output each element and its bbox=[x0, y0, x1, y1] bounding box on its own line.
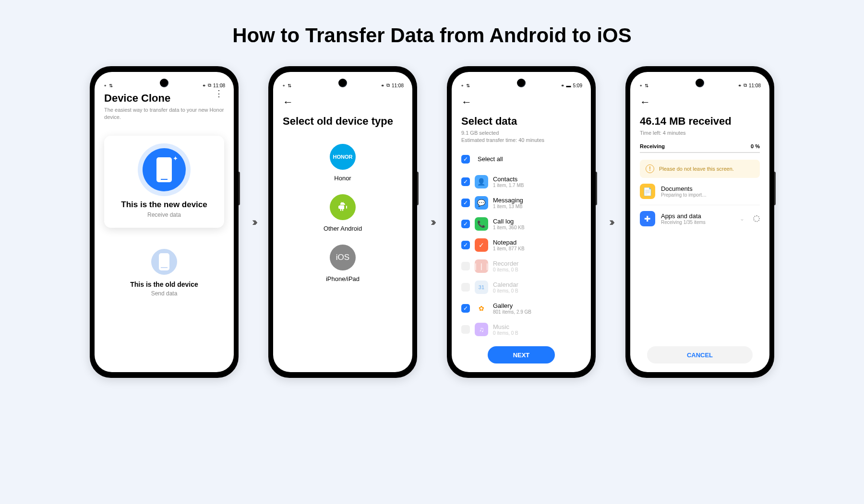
checkbox[interactable]: ✓ bbox=[461, 325, 470, 334]
bt-icon: ⚬ bbox=[103, 83, 107, 88]
chevron-down-icon[interactable]: ⌄ bbox=[740, 215, 744, 222]
ios-icon: iOS bbox=[330, 245, 356, 270]
item-name: Notepad bbox=[493, 239, 581, 246]
phones-container: ⚬⇅ ⚭⧉11:08 ⋮ Device Clone The easiest wa… bbox=[0, 66, 864, 378]
apps-label: Apps and data bbox=[661, 212, 734, 220]
app-icon: ✿ bbox=[475, 302, 488, 315]
data-item-row[interactable]: ✓ 👤 Contacts 1 item, 1.7 MB bbox=[461, 171, 581, 192]
cancel-button[interactable]: CANCEL bbox=[647, 346, 753, 363]
item-name: Contacts bbox=[493, 176, 581, 183]
checkbox[interactable]: ✓ bbox=[461, 199, 470, 207]
item-name: Calendar bbox=[493, 281, 581, 288]
screen-title: Select old device type bbox=[283, 115, 403, 128]
android-icon bbox=[330, 194, 356, 220]
receiving-label: Receiving bbox=[640, 143, 665, 149]
bt2-icon: ⚭ bbox=[202, 83, 206, 88]
data-item-row[interactable]: ✓ ♫ Music 0 items, 0 B bbox=[461, 319, 581, 340]
back-button[interactable]: ← bbox=[640, 92, 760, 115]
camera-hole bbox=[338, 79, 347, 87]
old-device-label: This is the old device bbox=[104, 281, 224, 288]
progress-bar bbox=[640, 152, 760, 153]
app-icon: ✓ bbox=[475, 238, 488, 252]
android-label: Other Android bbox=[283, 225, 403, 232]
time: 11:08 bbox=[213, 83, 225, 88]
documents-status: Preparing to import… bbox=[661, 192, 760, 198]
device-type-honor[interactable]: HONOR Honor bbox=[283, 144, 403, 182]
item-sub: 0 items, 0 B bbox=[493, 330, 581, 336]
new-device-sub: Receive data bbox=[114, 211, 215, 218]
time: 11:08 bbox=[749, 83, 761, 88]
camera-hole bbox=[160, 79, 168, 87]
item-sub: 1 item, 13 MB bbox=[493, 204, 581, 209]
phone-icon: ✦ bbox=[143, 148, 186, 191]
next-button[interactable]: NEXT bbox=[488, 346, 555, 363]
item-sub: 0 items, 0 B bbox=[493, 267, 581, 272]
phone-1: ⚬⇅ ⚭⧉11:08 ⋮ Device Clone The easiest wa… bbox=[90, 66, 239, 378]
item-name: Music bbox=[493, 323, 581, 330]
camera-hole bbox=[517, 79, 526, 87]
item-name: Gallery bbox=[493, 302, 581, 309]
app-icon: 💬 bbox=[475, 196, 488, 210]
app-icon: ♫ bbox=[475, 323, 488, 336]
checkbox[interactable]: ✓ bbox=[461, 177, 470, 186]
apps-row[interactable]: ✚ Apps and data Receiving 1/35 items ⌄ bbox=[640, 205, 760, 232]
percent-label: 0 % bbox=[751, 143, 760, 149]
screen-title: Select data bbox=[461, 115, 581, 128]
phone-3: ⚬⇅ ⚭▬5:09 ← Select data 9.1 GB selected … bbox=[447, 66, 596, 378]
apps-icon: ✚ bbox=[640, 211, 655, 226]
device-type-ios[interactable]: iOS iPhone/iPad bbox=[283, 245, 403, 282]
phone-icon-old bbox=[151, 249, 177, 275]
more-icon[interactable]: ⋮ bbox=[215, 92, 223, 95]
select-all-checkbox[interactable]: ✓ bbox=[461, 155, 470, 164]
honor-icon: HONOR bbox=[330, 144, 356, 170]
data-item-row[interactable]: ✓ 31 Calendar 0 items, 0 B bbox=[461, 277, 581, 298]
selected-size: 9.1 GB selected bbox=[461, 129, 581, 137]
item-name: Messaging bbox=[493, 197, 581, 204]
app-icon: 👤 bbox=[475, 175, 488, 188]
item-sub: 1 item, 1.7 MB bbox=[493, 183, 581, 188]
select-all-row[interactable]: ✓ Select all bbox=[461, 150, 581, 171]
honor-label: Honor bbox=[283, 175, 403, 182]
device-type-android[interactable]: Other Android bbox=[283, 194, 403, 232]
data-item-row[interactable]: ✓ ✿ Gallery 801 items, 2.9 GB bbox=[461, 298, 581, 319]
item-name: Call log bbox=[493, 218, 581, 225]
spinner-icon bbox=[753, 215, 760, 222]
camera-hole bbox=[696, 79, 704, 87]
warning-icon: ! bbox=[646, 164, 654, 173]
app-icon: ❘❘❘ bbox=[475, 259, 488, 273]
item-sub: 1 item, 877 KB bbox=[493, 246, 581, 251]
item-sub: 801 items, 2.9 GB bbox=[493, 309, 581, 315]
phone-2: ⚬⇅ ⚭⧉11:08 ← Select old device type HONO… bbox=[268, 66, 417, 378]
ios-label: iPhone/iPad bbox=[283, 275, 403, 282]
time-left: Time left: 4 minutes bbox=[640, 129, 760, 137]
checkbox[interactable]: ✓ bbox=[461, 262, 470, 270]
checkbox[interactable]: ✓ bbox=[461, 241, 470, 249]
documents-label: Documents bbox=[661, 185, 760, 192]
page-title: How to Transfer Data from Android to iOS bbox=[0, 0, 864, 66]
screen-title: Device Clone bbox=[104, 92, 224, 105]
back-button[interactable]: ← bbox=[283, 92, 403, 115]
warning-alert: ! Please do not leave this screen. bbox=[640, 160, 760, 178]
item-sub: 1 item, 360 KB bbox=[493, 225, 581, 230]
arrow-icon: ››› bbox=[427, 215, 437, 229]
time: 5:09 bbox=[573, 83, 582, 88]
checkbox[interactable]: ✓ bbox=[461, 283, 470, 292]
item-sub: 0 items, 0 B bbox=[493, 288, 581, 293]
app-icon: 31 bbox=[475, 281, 488, 294]
estimated-time: Estimated transfer time: 40 minutes bbox=[461, 137, 581, 144]
old-device-card[interactable]: This is the old device Send data bbox=[104, 249, 224, 297]
data-item-row[interactable]: ✓ 📞 Call log 1 item, 360 KB bbox=[461, 213, 581, 234]
data-item-row[interactable]: ✓ 💬 Messaging 1 item, 13 MB bbox=[461, 192, 581, 213]
arrow-icon: ››› bbox=[605, 215, 616, 229]
data-item-row[interactable]: ✓ ❘❘❘ Recorder 0 items, 0 B bbox=[461, 256, 581, 277]
checkbox[interactable]: ✓ bbox=[461, 304, 470, 313]
warning-text: Please do not leave this screen. bbox=[659, 166, 734, 172]
phone-4: ⚬⇅ ⚭⧉11:08 ← 46.14 MB received Time left… bbox=[625, 66, 774, 378]
checkbox[interactable]: ✓ bbox=[461, 220, 470, 228]
old-device-sub: Send data bbox=[104, 290, 224, 297]
data-item-row[interactable]: ✓ ✓ Notepad 1 item, 877 KB bbox=[461, 234, 581, 256]
back-button[interactable]: ← bbox=[461, 92, 581, 115]
new-device-card[interactable]: ✦ This is the new device Receive data bbox=[104, 136, 224, 228]
documents-row[interactable]: 📄 Documents Preparing to import… bbox=[640, 178, 760, 205]
documents-icon: 📄 bbox=[640, 184, 655, 199]
